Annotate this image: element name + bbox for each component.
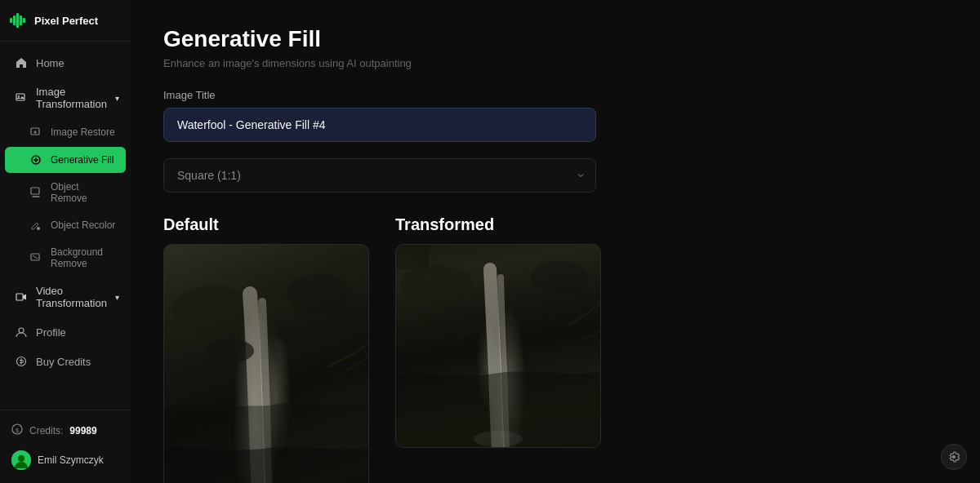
svg-rect-14 (16, 294, 23, 300)
svg-point-29 (445, 317, 486, 336)
svg-point-27 (531, 261, 588, 294)
bg-remove-icon (29, 251, 42, 264)
buy-credits-icon (15, 355, 28, 368)
sidebar-item-video-transformation-label: Video Transformation (36, 285, 107, 309)
generative-fill-icon (29, 153, 42, 166)
image-transform-icon (15, 91, 28, 104)
page-subtitle: Enhance an image's dimensions using AI o… (163, 57, 947, 69)
object-recolor-icon (29, 219, 42, 232)
svg-rect-0 (10, 18, 12, 23)
svg-rect-3 (20, 16, 22, 25)
svg-text:$: $ (16, 428, 19, 433)
transformed-title: Transformed (395, 215, 601, 234)
settings-fab[interactable] (941, 444, 967, 470)
sidebar-item-image-restore-label: Image Restore (51, 126, 115, 138)
sidebar-item-buy-credits-label: Buy Credits (36, 356, 91, 368)
home-icon (15, 56, 28, 69)
profile-icon (15, 326, 28, 339)
video-icon (15, 290, 28, 304)
sidebar-item-home-label: Home (36, 57, 65, 69)
sidebar-item-image-transformation-label: Image Transformation (36, 86, 107, 110)
logo-area: Pixel Perfect (0, 0, 131, 42)
logo-text: Pixel Perfect (34, 15, 98, 27)
sidebar-item-object-recolor-label: Object Recolor (51, 219, 115, 231)
credits-label: Credits: (29, 425, 63, 436)
sidebar-item-image-restore[interactable]: Image Restore (5, 119, 126, 145)
page-header: Generative Fill Enhance an image's dimen… (163, 26, 947, 69)
svg-point-15 (19, 328, 24, 333)
sidebar-item-buy-credits[interactable]: Buy Credits (5, 348, 126, 375)
aspect-ratio-section: Square (1:1) Portrait (3:4) Landscape (4… (163, 158, 947, 193)
transformed-image-svg (396, 245, 600, 447)
transformed-column: Transformed (395, 215, 601, 483)
page-title: Generative Fill (163, 26, 947, 52)
svg-point-21 (172, 286, 254, 335)
sidebar-item-background-remove[interactable]: Background Remove (5, 240, 126, 276)
default-column: Default (163, 215, 369, 483)
user-name: Emil Szymczyk (38, 454, 104, 466)
sidebar: Pixel Perfect Home Image Transformation … (0, 0, 131, 483)
sidebar-item-profile-label: Profile (36, 326, 66, 339)
sidebar-item-generative-fill-label: Generative Fill (51, 154, 114, 166)
user-row[interactable]: Emil Szymczyk (7, 447, 124, 473)
sidebar-item-object-recolor[interactable]: Object Recolor (5, 212, 126, 238)
default-title: Default (163, 215, 369, 234)
transformed-image (396, 245, 600, 447)
image-title-label: Image Title (163, 89, 947, 101)
sidebar-item-object-remove[interactable]: Object Remove (5, 175, 126, 210)
svg-point-11 (37, 227, 40, 230)
sidebar-item-object-remove-label: Object Remove (51, 181, 116, 204)
svg-point-20 (18, 455, 24, 462)
credits-row: $ Credits: 99989 (7, 420, 124, 441)
sidebar-item-home[interactable]: Home (5, 49, 126, 77)
avatar (11, 450, 31, 470)
logo-icon (10, 13, 28, 28)
main-content: Generative Fill Enhance an image's dimen… (131, 0, 980, 483)
transformed-image-container (395, 244, 601, 448)
svg-point-26 (400, 265, 474, 306)
sidebar-item-background-remove-label: Background Remove (51, 246, 116, 269)
svg-point-22 (287, 273, 352, 314)
default-image-svg (164, 245, 368, 483)
chevron-down-icon: ▾ (115, 94, 119, 103)
sidebar-item-generative-fill[interactable]: Generative Fill (5, 147, 126, 173)
image-title-section: Image Title (163, 89, 947, 142)
aspect-ratio-wrapper: Square (1:1) Portrait (3:4) Landscape (4… (163, 158, 596, 193)
svg-rect-9 (31, 188, 39, 194)
svg-line-13 (33, 255, 38, 259)
sidebar-item-profile[interactable]: Profile (5, 318, 126, 346)
aspect-ratio-select[interactable]: Square (1:1) Portrait (3:4) Landscape (4… (163, 158, 596, 193)
svg-rect-1 (13, 16, 16, 25)
chevron-video-icon: ▾ (115, 293, 119, 302)
svg-point-6 (18, 95, 20, 97)
sidebar-footer: $ Credits: 99989 Emil Szymczyk (0, 410, 131, 483)
default-image-container (163, 244, 369, 483)
sidebar-item-image-transformation[interactable]: Image Transformation ▾ (5, 78, 126, 117)
sidebar-item-video-transformation[interactable]: Video Transformation ▾ (5, 277, 126, 317)
svg-rect-5 (16, 94, 24, 100)
object-remove-icon (29, 186, 42, 199)
svg-point-30 (514, 306, 547, 322)
svg-rect-2 (16, 13, 19, 28)
svg-rect-4 (23, 18, 25, 23)
image-restore-icon (29, 126, 42, 139)
images-section: Default (163, 215, 947, 483)
sidebar-nav: Home Image Transformation ▾ Image Restor… (0, 42, 131, 410)
settings-icon (947, 450, 960, 463)
image-title-input[interactable] (163, 108, 596, 142)
default-image (164, 245, 368, 483)
svg-point-24 (205, 339, 254, 363)
credits-value: 99989 (69, 425, 96, 436)
svg-point-25 (274, 325, 315, 344)
credits-coin-icon: $ (11, 423, 23, 437)
